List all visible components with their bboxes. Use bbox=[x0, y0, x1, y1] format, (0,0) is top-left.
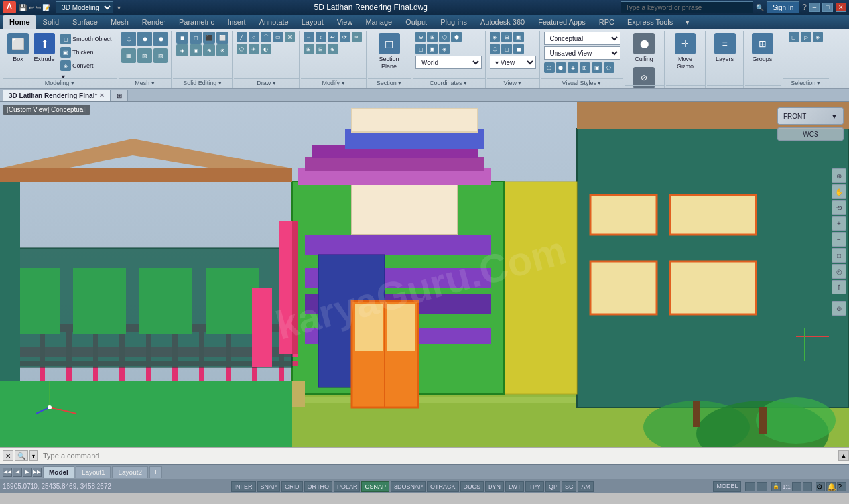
app-menu-button[interactable]: A bbox=[3, 1, 16, 13]
culling-button[interactable]: ⬤ Culling bbox=[627, 32, 661, 64]
tab-manage[interactable]: Manage bbox=[359, 15, 399, 29]
model-mode-label: MODEL bbox=[713, 481, 741, 492]
tab-solid[interactable]: Solid bbox=[36, 15, 66, 29]
scale-icon[interactable] bbox=[792, 482, 801, 491]
close-button[interactable]: ✕ bbox=[836, 3, 846, 12]
box-button[interactable]: ⬜ Box bbox=[5, 32, 31, 64]
layout-nav-next-next[interactable]: ▶▶ bbox=[33, 468, 42, 477]
tab-annotate[interactable]: Annotate bbox=[253, 15, 295, 29]
tab-insert[interactable]: Insert bbox=[221, 15, 253, 29]
visual-style-dropdown[interactable]: Conceptual Wireframe Realistic bbox=[544, 32, 620, 45]
snap-button[interactable]: SNAP bbox=[257, 481, 281, 492]
move-gizmo-icon: ✛ bbox=[675, 33, 696, 54]
walk-tool[interactable]: ⇑ bbox=[832, 280, 846, 294]
orbit-tool[interactable]: ⟲ bbox=[832, 200, 846, 215]
model-tab[interactable]: Model bbox=[43, 466, 74, 478]
zoom-window-tool[interactable]: □ bbox=[832, 248, 846, 263]
tab-express-tools[interactable]: Express Tools bbox=[621, 15, 679, 29]
main-viewport[interactable]: [Custom View][Conceptual] bbox=[0, 102, 849, 447]
layers-button[interactable]: ≡ Layers bbox=[712, 32, 738, 64]
osnap-button[interactable]: OSNAP bbox=[361, 481, 389, 492]
tab-mesh[interactable]: Mesh bbox=[104, 15, 135, 29]
ducs-button[interactable]: DUCS bbox=[460, 481, 484, 492]
3dosnap-button[interactable]: 3DOSNAP bbox=[391, 481, 426, 492]
search-input[interactable] bbox=[621, 1, 753, 13]
extrude-button[interactable]: ⬆ Extrude bbox=[32, 32, 57, 64]
look-tool[interactable]: ◎ bbox=[832, 264, 846, 279]
zoom-extents-tool[interactable]: ⊕ bbox=[832, 168, 846, 183]
help-icon[interactable]: ? bbox=[837, 482, 846, 491]
infer-button[interactable]: INFER bbox=[231, 481, 256, 492]
tab-output[interactable]: Output bbox=[399, 15, 434, 29]
qp-button[interactable]: QP bbox=[545, 481, 560, 492]
restore-button[interactable]: □ bbox=[822, 3, 833, 12]
solid-edit-icon-6: ◉ bbox=[190, 44, 202, 56]
svg-rect-7 bbox=[590, 195, 657, 235]
layout-nav-prev[interactable]: ◀ bbox=[13, 468, 22, 477]
cmd-expand-button[interactable]: ▾ bbox=[29, 450, 38, 461]
tab-render[interactable]: Render bbox=[135, 15, 172, 29]
sign-in-button[interactable]: Sign In bbox=[767, 1, 799, 13]
view-icon-5: ◻ bbox=[501, 44, 512, 54]
tab-surface[interactable]: Surface bbox=[66, 15, 104, 29]
minimize-button[interactable]: ─ bbox=[809, 3, 820, 12]
layout-icon-2[interactable] bbox=[757, 482, 767, 491]
units-icon[interactable] bbox=[803, 482, 812, 491]
tab-plugins[interactable]: Plug-ins bbox=[434, 15, 474, 29]
section-plane-button[interactable]: ◫ SectionPlane bbox=[377, 32, 402, 72]
cmd-search-button[interactable]: 🔍 bbox=[15, 450, 28, 461]
doc-tab-rendering[interactable]: 3D Latihan Rendering Final* ✕ bbox=[3, 90, 111, 101]
tab-home[interactable]: Home bbox=[3, 15, 36, 29]
lock-icon[interactable]: 🔒 bbox=[771, 482, 781, 491]
zoom-in-tool[interactable]: + bbox=[832, 216, 846, 231]
command-input[interactable] bbox=[40, 452, 838, 460]
tab-rpc[interactable]: RPC bbox=[592, 15, 621, 29]
add-layout-tab[interactable]: + bbox=[149, 466, 162, 478]
dyn-button[interactable]: DYN bbox=[485, 481, 504, 492]
navigation-cube[interactable]: FRONT ▼ WCS bbox=[777, 107, 844, 160]
smooth-object-button[interactable]: ◻ Smooth Object bbox=[58, 33, 114, 45]
solid-edit-icon-3: ⬛ bbox=[203, 32, 215, 44]
tab-parametric[interactable]: Parametric bbox=[172, 15, 221, 29]
layout-icon-1[interactable] bbox=[745, 482, 755, 491]
world-dropdown[interactable]: World bbox=[415, 56, 482, 69]
view-preset-dropdown[interactable]: Unsaved View bbox=[544, 46, 620, 60]
ribbon-group-section: ◫ SectionPlane Section ▾ bbox=[368, 31, 411, 88]
doc-tab-close-icon[interactable]: ✕ bbox=[99, 92, 105, 99]
thicken-button[interactable]: ▣ Thicken bbox=[58, 46, 114, 58]
full-nav-wheel[interactable]: ⊙ bbox=[832, 301, 846, 316]
grid-button[interactable]: GRID bbox=[281, 481, 303, 492]
view-style-dropdown[interactable]: ▾ View bbox=[490, 56, 536, 69]
groups-button[interactable]: ⊞ Groups bbox=[750, 32, 775, 64]
sc-button[interactable]: SC bbox=[562, 481, 577, 492]
lwt-button[interactable]: LWT bbox=[505, 481, 524, 492]
workspace-selector[interactable]: 3D Modeling bbox=[56, 1, 113, 13]
nav-cube-front-face[interactable]: FRONT ▼ bbox=[777, 107, 844, 125]
layout-nav-prev-prev[interactable]: ◀◀ bbox=[3, 468, 12, 477]
am-button[interactable]: AM bbox=[578, 481, 594, 492]
notification-icon[interactable]: 🔔 bbox=[826, 482, 836, 491]
polar-button[interactable]: POLAR bbox=[334, 481, 361, 492]
settings-icon[interactable]: ⚙ bbox=[816, 482, 825, 491]
zoom-out-tool[interactable]: − bbox=[832, 232, 846, 247]
convert-button[interactable]: ◈ Convert bbox=[58, 60, 114, 72]
mesh-icon-3: ⬣ bbox=[153, 32, 168, 46]
tab-autodesk360[interactable]: Autodesk 360 bbox=[474, 15, 531, 29]
move-gizmo-button[interactable]: ✛ Move Gizmo bbox=[671, 32, 700, 72]
tab-layout[interactable]: Layout bbox=[295, 15, 330, 29]
title-bar-left: A 💾 ↩ ↪ 📝 3D Modeling ▾ bbox=[3, 1, 121, 13]
tab-more[interactable]: ▾ bbox=[679, 15, 696, 29]
pan-tool[interactable]: ✋ bbox=[832, 184, 846, 199]
tab-featured[interactable]: Featured Apps bbox=[531, 15, 592, 29]
cmd-clear-button[interactable]: ✕ bbox=[3, 450, 13, 461]
doc-tab-new[interactable]: ⊞ bbox=[111, 90, 128, 101]
layout1-tab[interactable]: Layout1 bbox=[76, 466, 111, 478]
layout-nav-next[interactable]: ▶ bbox=[23, 468, 32, 477]
cmd-scroll-up[interactable]: ▲ bbox=[838, 450, 849, 461]
viewport-label: [Custom View][Conceptual] bbox=[3, 105, 90, 115]
ortho-button[interactable]: ORTHO bbox=[304, 481, 332, 492]
layout2-tab[interactable]: Layout2 bbox=[112, 466, 148, 478]
tab-view[interactable]: View bbox=[330, 15, 359, 29]
otrack-button[interactable]: OTRACK bbox=[427, 481, 459, 492]
tpy-button[interactable]: TPY bbox=[525, 481, 544, 492]
